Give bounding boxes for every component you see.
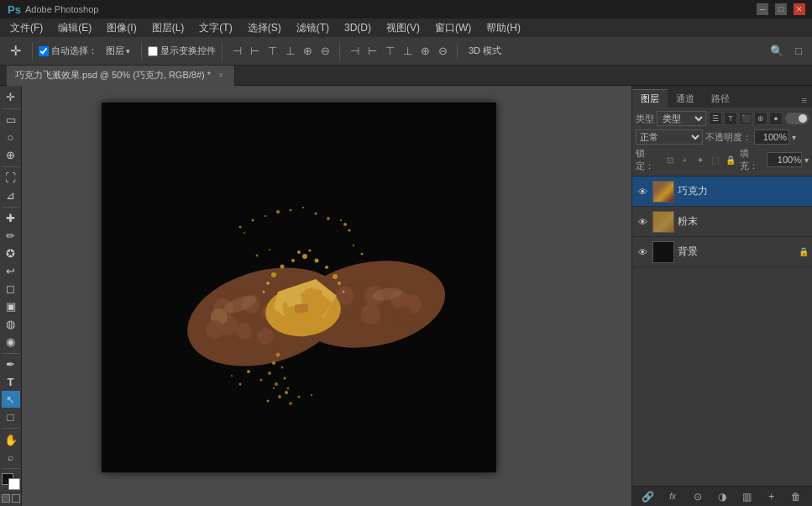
search-icon[interactable]: 🔍 <box>768 43 785 60</box>
maximize-button[interactable]: □ <box>775 3 787 15</box>
3d-mode-btn[interactable]: 3D 模式 <box>464 41 506 61</box>
clone-tool[interactable]: ✪ <box>2 245 20 262</box>
auto-select-input[interactable] <box>39 46 49 56</box>
fill-input[interactable] <box>767 152 802 167</box>
lock-pixels-icon[interactable]: + <box>678 153 692 166</box>
filter-type-select[interactable]: 类型 <box>657 111 706 126</box>
blend-mode-select[interactable]: 正常 <box>636 129 703 145</box>
panel-menu-icon[interactable]: ≡ <box>797 92 812 108</box>
canvas-image[interactable] <box>102 103 496 472</box>
tab-channels[interactable]: 通道 <box>668 89 703 108</box>
align-bottom-icon[interactable]: ⊖ <box>317 43 333 60</box>
filter-smart-icon[interactable]: ⊕ <box>754 112 767 125</box>
menu-view[interactable]: 视图(V) <box>380 18 427 37</box>
menu-layer[interactable]: 图层(L) <box>145 18 191 37</box>
tab-paths[interactable]: 路径 <box>703 89 738 108</box>
layer-add-icon[interactable]: + <box>764 489 779 504</box>
layer-fx-icon[interactable]: fx <box>665 489 680 504</box>
layer-link-icon[interactable]: 🔗 <box>641 489 656 504</box>
menu-edit[interactable]: 编辑(E) <box>51 18 98 37</box>
dodge-tool[interactable]: ◉ <box>2 334 20 351</box>
layer-mask-icon[interactable]: ⊙ <box>690 489 705 504</box>
crop-tool[interactable]: ⛶ <box>2 170 20 187</box>
mask-mode[interactable] <box>2 494 10 503</box>
menu-help[interactable]: 帮助(H) <box>479 18 527 37</box>
blur-tool[interactable]: ◍ <box>2 316 20 333</box>
lock-all-icon[interactable]: 🔒 <box>724 153 737 166</box>
zoom-tool[interactable]: ⌕ <box>2 449 20 466</box>
align-top-icon[interactable]: ⊥ <box>281 43 298 60</box>
filter-adj-icon[interactable]: T <box>724 112 737 125</box>
color-swatches[interactable] <box>2 473 20 490</box>
hand-tool[interactable]: ✋ <box>2 431 20 448</box>
opacity-arrow[interactable]: ▾ <box>792 133 796 142</box>
menu-window[interactable]: 窗口(W) <box>428 18 478 37</box>
dist-top-icon[interactable]: ⊥ <box>399 43 416 60</box>
move-tool[interactable]: ✛ <box>2 89 20 106</box>
filter-color-icon[interactable]: ● <box>769 112 783 125</box>
menu-image[interactable]: 图像(I) <box>100 18 143 37</box>
layer-visibility-bg[interactable]: 👁 <box>636 245 649 259</box>
move-tool-btn[interactable]: ✛ <box>5 41 26 61</box>
layer-visibility-choc[interactable]: 👁 <box>636 185 649 198</box>
align-center-h-icon[interactable]: ⊢ <box>246 43 263 60</box>
lasso-tool[interactable]: ○ <box>2 129 20 146</box>
layer-select-dropdown[interactable]: 图层 ▾ <box>101 41 135 61</box>
lock-position-icon[interactable]: ✦ <box>694 153 707 166</box>
dist-bottom-icon[interactable]: ⊖ <box>434 43 451 60</box>
close-button[interactable]: ✕ <box>794 3 805 15</box>
lock-transparent-icon[interactable]: ⊡ <box>663 153 677 166</box>
align-center-v-icon[interactable]: ⊕ <box>299 43 316 60</box>
text-tool[interactable]: T <box>2 373 20 390</box>
gradient-tool[interactable]: ▣ <box>2 298 20 315</box>
layer-visibility-powder[interactable]: 👁 <box>636 215 649 229</box>
path-select-tool[interactable]: ↖ <box>2 391 20 408</box>
toolbox: ✛ ▭ ○ ⊕ ⛶ ⊿ ✚ ✏ ✪ ↩ ◻ ▣ ◍ ◉ ✒ T ↖ □ ✋ ⌕ <box>0 86 22 506</box>
menu-text[interactable]: 文字(T) <box>192 18 238 37</box>
opacity-input[interactable] <box>754 129 789 145</box>
menu-3d[interactable]: 3D(D) <box>338 18 378 37</box>
layer-item-choc[interactable]: 👁 巧克力 <box>632 177 812 207</box>
heal-tool[interactable]: ✚ <box>2 210 20 227</box>
auto-select-checkbox[interactable]: 自动选择： <box>39 45 97 57</box>
lock-artboard-icon[interactable]: ⬚ <box>709 153 722 166</box>
show-transform-input[interactable] <box>148 46 158 56</box>
eraser-tool[interactable]: ◻ <box>2 281 20 298</box>
filter-toggle[interactable] <box>785 113 809 124</box>
svg-point-2 <box>265 215 266 217</box>
eyedropper-tool[interactable]: ⊿ <box>2 187 20 204</box>
filter-pixel-icon[interactable]: ☰ <box>709 112 722 125</box>
history-brush-tool[interactable]: ↩ <box>2 263 20 280</box>
svg-point-31 <box>236 323 253 340</box>
screen-mode[interactable] <box>12 494 20 503</box>
minimize-button[interactable]: ─ <box>757 3 768 15</box>
layer-group-icon[interactable]: ▥ <box>739 489 754 504</box>
tab-close-btn[interactable]: × <box>216 71 226 81</box>
quick-select-tool[interactable]: ⊕ <box>2 147 20 164</box>
layer-delete-icon[interactable]: 🗑 <box>788 489 804 504</box>
layer-adjustment-icon[interactable]: ◑ <box>715 489 730 504</box>
filter-shape-icon[interactable]: ⬛ <box>739 112 752 125</box>
select-rect-tool[interactable]: ▭ <box>2 112 20 129</box>
brush-tool[interactable]: ✏ <box>2 228 20 245</box>
menu-file[interactable]: 文件(F) <box>3 18 50 37</box>
layer-item-bg[interactable]: 👁 背景 🔒 <box>632 237 812 267</box>
svg-point-21 <box>298 396 301 398</box>
dist-center-icon[interactable]: ⊢ <box>364 43 380 60</box>
menu-select[interactable]: 选择(S) <box>241 18 288 37</box>
align-right-icon[interactable]: ⊤ <box>264 43 280 60</box>
active-tab[interactable]: 巧克力飞溅效果.psd @ 50% (巧克力, RGB/8#) * × <box>7 66 235 86</box>
background-color[interactable] <box>8 478 20 490</box>
dist-mid-icon[interactable]: ⊕ <box>416 43 433 60</box>
show-transform-checkbox[interactable]: 显示变换控件 <box>148 45 216 57</box>
menu-filter[interactable]: 滤镜(T) <box>290 18 336 37</box>
pen-tool[interactable]: ✒ <box>2 356 20 372</box>
layer-item-powder[interactable]: 👁 粉末 <box>632 207 812 237</box>
fill-arrow[interactable]: ▾ <box>804 155 809 165</box>
shape-tool[interactable]: □ <box>2 408 20 425</box>
align-left-icon[interactable]: ⊣ <box>228 43 245 60</box>
tab-layers[interactable]: 图层 <box>632 89 668 108</box>
dist-left-icon[interactable]: ⊣ <box>346 43 363 60</box>
dist-right-icon[interactable]: ⊤ <box>381 43 398 60</box>
workspace-icon[interactable]: □ <box>790 43 807 60</box>
